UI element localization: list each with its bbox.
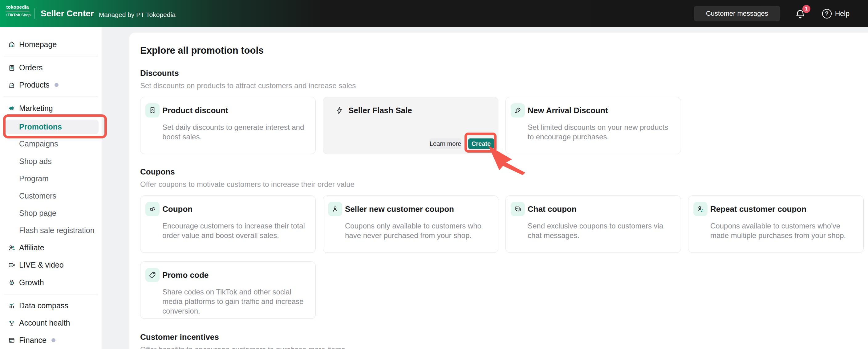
card-title: Promo code — [162, 270, 209, 280]
help-button[interactable]: ? Help — [822, 9, 849, 19]
card-repeat-customer-coupon[interactable]: Repeat customer coupon Coupons available… — [688, 196, 864, 253]
logo-divider-line — [5, 11, 30, 11]
page-title: Seller Center — [41, 9, 94, 19]
ticket-icon — [145, 202, 160, 216]
sidebar-item-customers[interactable]: Customers — [0, 187, 102, 204]
card-title: New Arrival Discount — [528, 106, 608, 115]
sidebar-divider — [4, 96, 98, 97]
card-title: Product discount — [162, 106, 228, 115]
section-subheading: Offer benefits to encourage customers to… — [140, 345, 868, 349]
learn-more-button[interactable]: Learn more — [429, 139, 461, 149]
section-discounts: Discounts Set discounts on products to a… — [140, 68, 868, 154]
tokopedia-tiktok-shop-logo[interactable]: tokopedia ♪TikTok Shop — [5, 4, 30, 17]
sidebar-divider — [4, 56, 98, 56]
card-description: Set limited discounts on your new produc… — [528, 122, 675, 142]
managed-by-label: Managed by PT Tokopedia — [99, 9, 176, 19]
sidebar-item-flash-sale-registration[interactable]: Flash sale registration — [0, 222, 102, 239]
header-separator — [34, 8, 35, 19]
card-chat-coupon[interactable]: Chat coupon Send exclusive coupons to cu… — [505, 196, 681, 253]
card-product-discount[interactable]: Product discount Set daily discounts to … — [140, 97, 316, 154]
card-seller-flash-sale[interactable]: Seller Flash Sale Learn more Create — [323, 97, 498, 154]
card-title: Seller Flash Sale — [348, 106, 412, 115]
top-bar: tokopedia ♪TikTok Shop Seller Center Man… — [0, 0, 868, 27]
sidebar-item-marketing[interactable]: Marketing — [0, 99, 102, 117]
sidebar-item-shop-ads[interactable]: Shop ads — [0, 153, 102, 170]
section-customer-incentives: Customer incentives Offer benefits to en… — [140, 332, 868, 349]
rocket-icon — [511, 103, 525, 117]
help-label: Help — [835, 9, 849, 18]
section-heading: Coupons — [140, 167, 868, 177]
section-subheading: Offer coupons to motivate customers to i… — [140, 180, 868, 189]
sidebar-label: Homepage — [19, 40, 57, 49]
sidebar-label: Customers — [19, 192, 56, 200]
card-title: Coupon — [162, 204, 192, 214]
section-heading: Discounts — [140, 68, 868, 78]
sidebar-item-program[interactable]: Program — [0, 170, 102, 187]
card-promo-code[interactable]: Promo code Share codes on TikTok and oth… — [140, 261, 316, 319]
sidebar-item-growth[interactable]: Growth — [0, 274, 102, 291]
affiliate-icon — [8, 244, 16, 252]
sidebar-item-shop-page[interactable]: Shop page — [0, 204, 102, 222]
card-title: Repeat customer coupon — [710, 204, 806, 214]
sidebar-item-finance[interactable]: Finance — [0, 332, 102, 349]
sidebar-label: Account health — [19, 318, 70, 327]
sidebar-item-account-health[interactable]: Account health — [0, 315, 102, 332]
new-customer-icon — [328, 202, 342, 216]
repeat-customer-icon — [693, 202, 708, 216]
tiktok-shop-wordmark: ♪TikTok Shop — [5, 12, 30, 17]
card-new-arrival-discount[interactable]: New Arrival Discount Set limited discoun… — [505, 97, 681, 154]
section-subheading: Set discounts on products to attract cus… — [140, 81, 868, 90]
sidebar-item-data-compass[interactable]: Data compass — [0, 297, 102, 315]
sidebar-item-promotions[interactable]: Promotions — [5, 120, 99, 134]
sidebar-label: Flash sale registration — [19, 226, 95, 235]
sidebar-label: Products — [19, 81, 50, 89]
section-heading: Customer incentives — [140, 332, 868, 342]
create-button[interactable]: Create — [468, 139, 494, 149]
sidebar-item-live-video[interactable]: LIVE & video — [0, 257, 102, 274]
sidebar-label: LIVE & video — [19, 261, 64, 269]
sidebar-label: Shop page — [19, 209, 56, 218]
sidebar-label: Orders — [19, 63, 42, 72]
sidebar-label: Data compass — [19, 301, 68, 310]
card-title: Chat coupon — [528, 204, 577, 214]
notifications-button[interactable]: 1 — [795, 6, 808, 21]
tokopedia-wordmark: tokopedia — [5, 4, 30, 9]
products-icon — [8, 81, 16, 89]
card-seller-new-customer-coupon[interactable]: Seller new customer coupon Coupons only … — [323, 196, 498, 253]
card-coupon[interactable]: Coupon Encourage customers to increase t… — [140, 196, 316, 253]
sidebar-divider — [4, 294, 98, 294]
notification-dot — [52, 338, 56, 342]
card-description: Set daily discounts to generate interest… — [162, 122, 310, 142]
sidebar-item-orders[interactable]: Orders — [0, 59, 102, 77]
live-video-icon — [8, 261, 16, 269]
promotion-tools-panel: Explore all promotion tools Discounts Se… — [129, 33, 868, 349]
question-mark-icon: ? — [822, 9, 832, 19]
promo-tag-icon — [145, 268, 160, 282]
orders-icon — [8, 64, 16, 71]
chat-icon — [511, 202, 525, 216]
sidebar-item-homepage[interactable]: Homepage — [0, 36, 102, 53]
finance-card-icon — [8, 337, 16, 344]
sidebar-label: Campaigns — [19, 139, 58, 148]
section-coupons: Coupons Offer coupons to motivate custom… — [140, 167, 868, 319]
customer-messages-button[interactable]: Customer messages — [694, 6, 780, 21]
sidebar-nav: Homepage Orders Products Marketing Promo… — [0, 27, 102, 349]
sidebar-label: Finance — [19, 336, 46, 345]
data-compass-icon — [8, 302, 16, 310]
card-description: Send exclusive coupons to customers via … — [528, 221, 675, 240]
card-title: Seller new customer coupon — [345, 204, 454, 214]
notification-badge: 1 — [802, 5, 810, 13]
sidebar-label: Shop ads — [19, 157, 52, 166]
sidebar-item-affiliate[interactable]: Affiliate — [0, 239, 102, 257]
main-heading: Explore all promotion tools — [140, 45, 868, 56]
flash-sale-icon — [332, 103, 346, 117]
card-description: Coupons available to customers who've ma… — [710, 221, 858, 240]
discount-bookmark-icon — [145, 103, 160, 117]
card-description: Coupons only available to customers who … — [345, 221, 492, 240]
sidebar-item-products[interactable]: Products — [0, 77, 102, 94]
sidebar-label: Affiliate — [19, 243, 44, 252]
sidebar-label: Promotions — [19, 122, 62, 131]
sidebar-label: Marketing — [19, 104, 53, 113]
sidebar-item-campaigns[interactable]: Campaigns — [0, 135, 102, 153]
card-description: Encourage customers to increase their to… — [162, 221, 310, 240]
